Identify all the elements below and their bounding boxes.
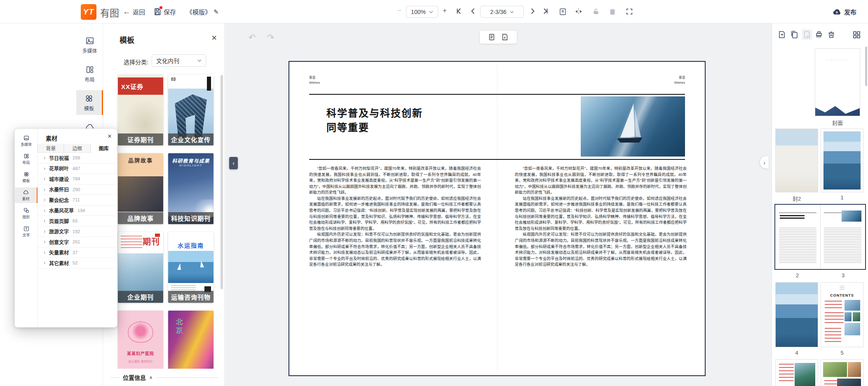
publish-button[interactable]: 发布 xyxy=(833,0,856,23)
category-row-flora[interactable]: ›花草树叶487 xyxy=(38,164,117,174)
cover-title: 某某妇产医院 xyxy=(118,350,163,356)
tab-borders[interactable]: 边框 xyxy=(64,144,90,153)
page-thumbnail-1[interactable] xyxy=(821,129,863,192)
fullscreen-icon[interactable] xyxy=(626,8,633,15)
chevron-right-icon: › xyxy=(44,260,45,266)
tab-backgrounds[interactable]: 背景 xyxy=(38,144,64,153)
sail-shape xyxy=(177,263,181,270)
document-spread[interactable]: 寄语 Wishes 寄语 Wishes 科学普及与科技创新 同等重要 “忽如一夜… xyxy=(289,61,706,376)
category-name: 城市建设 xyxy=(49,175,69,182)
category-select[interactable]: 文化内刊 xyxy=(152,54,206,67)
horizontal-rule[interactable] xyxy=(309,94,685,95)
category-name: 水墨怀旧 xyxy=(49,186,69,193)
clear-page-icon[interactable] xyxy=(815,30,823,39)
category-row-festival[interactable]: ›节日祝福299 xyxy=(38,153,117,164)
zoom-select[interactable]: 100% xyxy=(406,6,438,18)
first-page-button[interactable] xyxy=(456,8,462,14)
next-page-button[interactable] xyxy=(529,8,536,14)
document-title[interactable]: 《模版》 ✎ xyxy=(186,0,219,23)
page-thumbnail-7[interactable] xyxy=(821,359,863,386)
thumbnail-label: 5 xyxy=(821,350,863,356)
sidebar-item-media[interactable]: 多媒体 xyxy=(76,33,103,57)
grid-view-icon[interactable] xyxy=(852,30,861,39)
close-icon[interactable]: × xyxy=(211,33,217,42)
page-thumbnail-cover2[interactable] xyxy=(775,129,818,192)
panel-scrollbar[interactable] xyxy=(221,75,223,289)
template-card-science-journal[interactable]: 科研教育与成果 HIGHLIGHT 科技知识期刊 xyxy=(168,153,213,224)
publish-label: 发布 xyxy=(844,7,856,16)
image-icon xyxy=(85,36,94,45)
sidebar-item-template[interactable]: 模板 xyxy=(76,90,103,115)
page-thumbnail-selected-2-3[interactable] xyxy=(774,204,866,270)
save-button[interactable]: 保存 xyxy=(153,0,176,23)
collapse-panel-button[interactable]: ‹ xyxy=(229,157,238,169)
page-select[interactable]: 2-3/36 xyxy=(480,6,524,18)
pages-scrollbar[interactable] xyxy=(865,47,867,86)
page-template-icon[interactable] xyxy=(802,29,812,40)
app-logo[interactable]: YT xyxy=(81,4,96,20)
sidebar-item-layout[interactable]: 布局 xyxy=(76,61,103,86)
page-thumbnail-4[interactable] xyxy=(775,282,818,347)
mini-rail-item-text[interactable]: 文字 xyxy=(15,224,38,239)
page-header-right[interactable]: 寄语 Wishes xyxy=(674,76,685,85)
template-card-brand-story[interactable]: 品牌故事 品牌故事 xyxy=(118,153,163,224)
previous-page-button[interactable] xyxy=(470,8,476,14)
page-number-icon[interactable]: # xyxy=(501,33,509,41)
sailboat-image[interactable] xyxy=(581,96,685,157)
horizontal-rule[interactable] xyxy=(309,159,685,160)
pages-panel: 科研教育与成果 HIGHLIGHT 封面 封2 1 2 3 CONTENTS xyxy=(772,23,868,386)
page-outline-icon[interactable] xyxy=(488,33,495,41)
category-row-other[interactable]: ›其它素材52 xyxy=(38,258,117,269)
article-text-right-page[interactable]: “忽如一夜春风来，千树万树梨花开”，建国70年来，特别是改革开放以来，随着我国经… xyxy=(515,166,687,268)
zoom-out-button[interactable]: − xyxy=(397,7,401,15)
undo-button[interactable]: ↶ xyxy=(249,33,256,42)
template-card-shipping-guide[interactable]: 水运指南 运输咨询刊物 xyxy=(168,232,213,303)
doc-title-text: 《模版》 xyxy=(186,7,211,16)
align-mirror-icon[interactable] xyxy=(575,8,583,15)
delete-page-icon[interactable] xyxy=(827,30,835,39)
chevron-right-icon: › xyxy=(763,159,765,166)
add-page-icon[interactable] xyxy=(778,30,786,39)
mini-rail-item-media[interactable]: 多媒体 xyxy=(15,133,38,149)
mini-rail-item-shapes[interactable]: 图形 xyxy=(15,206,38,221)
mini-rail-item-assets[interactable]: 素材 xyxy=(15,187,38,203)
mini-rail-item-layout[interactable]: 布局 xyxy=(15,151,38,167)
edit-title-icon[interactable]: ✎ xyxy=(213,8,219,16)
template-card-enterprise-journal[interactable]: 期刊 企业期刊 xyxy=(118,232,163,303)
category-row-creative-text[interactable]: ›创意文字261 xyxy=(38,237,117,248)
category-row-ink-nostalgia[interactable]: ›水墨怀旧290 xyxy=(38,185,117,195)
template-card-corporate-culture[interactable]: 03 企业文化宣传 xyxy=(168,75,213,145)
rail-label: 多媒体 xyxy=(82,47,97,54)
page-thumbnail-6[interactable] xyxy=(775,359,818,386)
delete-icon[interactable] xyxy=(609,8,616,15)
page-header-left[interactable]: 寄语 Wishes xyxy=(309,76,320,85)
thumbnail-label: 2 xyxy=(774,272,820,278)
category-row-city[interactable]: ›城市建设784 xyxy=(38,174,117,185)
category-row-travel-text[interactable]: ›旅游文字192 xyxy=(38,227,117,237)
category-row-ink-flora[interactable]: ›水墨风花草194 xyxy=(38,206,117,216)
category-row-vector[interactable]: ›矢量素材37 xyxy=(38,248,117,258)
duplicate-page-icon[interactable] xyxy=(790,30,798,39)
canvas-area[interactable]: ↶ ↷ # ‹ › 寄语 Wishes 寄语 Wishes 科学普及与科技创新 … xyxy=(225,23,772,386)
back-button[interactable]: ← 返回 xyxy=(123,0,145,23)
last-page-button[interactable] xyxy=(542,8,549,14)
card-label: 企业期刊 xyxy=(118,291,163,303)
position-info-toggle[interactable]: 位置信息 ∧ xyxy=(103,369,224,386)
category-name: 创意文字 xyxy=(49,239,69,246)
page-thumbnail-5[interactable]: CONTENTS xyxy=(821,282,863,347)
article-title[interactable]: 科学普及与科技创新 同等重要 xyxy=(326,106,423,135)
category-row-gathering[interactable]: ›聚会纪念711 xyxy=(38,195,117,206)
mini-rail-item-template[interactable]: 模板 xyxy=(15,169,38,185)
template-card-securities[interactable]: XX证券 证券期刊 xyxy=(118,75,163,145)
category-row-header-footer[interactable]: ›页眉页脚65 xyxy=(38,216,117,227)
zoom-in-button[interactable]: + xyxy=(443,7,447,15)
lock-icon[interactable] xyxy=(592,8,600,15)
page-settings-icon[interactable] xyxy=(559,8,567,16)
close-icon[interactable]: × xyxy=(108,133,112,140)
category-name: 矢量素材 xyxy=(49,249,69,256)
expand-panel-button[interactable]: › xyxy=(760,156,769,169)
page-thumbnail-cover[interactable]: 科研教育与成果 HIGHLIGHT xyxy=(815,48,860,116)
tab-gallery[interactable]: 图库 xyxy=(91,144,117,153)
article-text-left-page[interactable]: “忽如一夜春风来，千树万树梨花开”，建国70年来，特别是改革开放以来，随着我国经… xyxy=(309,166,481,268)
redo-button[interactable]: ↷ xyxy=(267,33,274,42)
